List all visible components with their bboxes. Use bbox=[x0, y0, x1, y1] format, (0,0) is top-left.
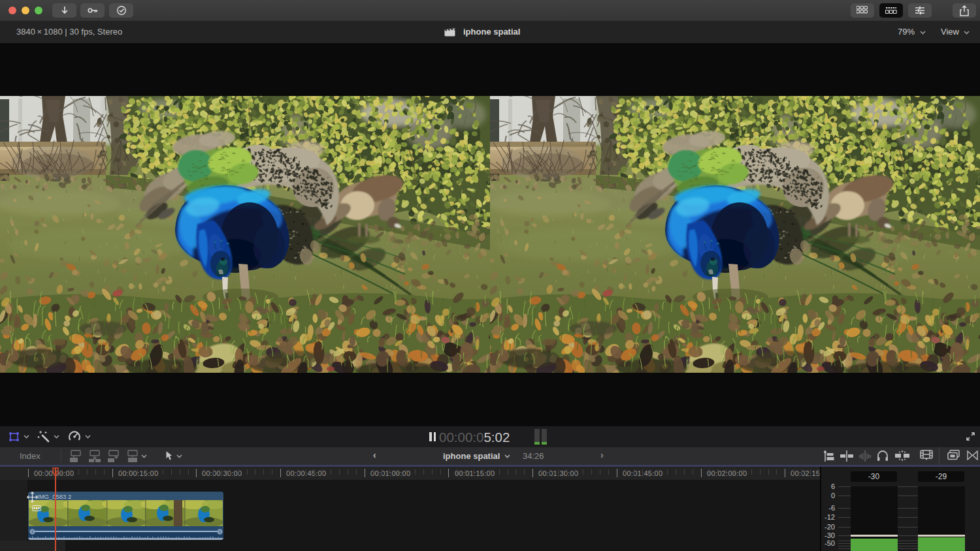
svg-text:i: i bbox=[32, 529, 33, 534]
svg-text:i: i bbox=[220, 529, 220, 534]
